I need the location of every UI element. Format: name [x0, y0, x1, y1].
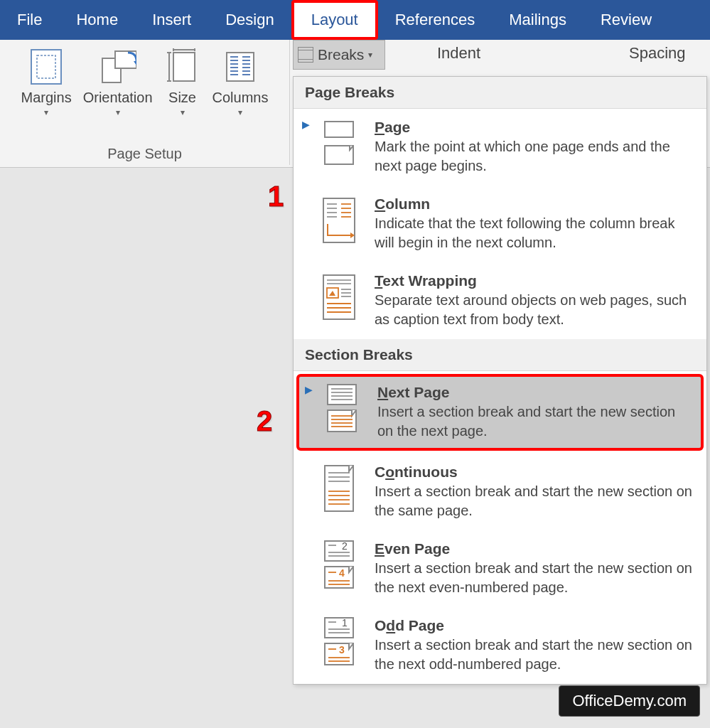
tab-review[interactable]: Review: [583, 0, 669, 40]
columns-caret: ▾: [238, 107, 242, 117]
text-wrapping-icon: [316, 272, 362, 322]
page-title: age: [384, 119, 410, 135]
svg-text:4: 4: [339, 567, 345, 579]
orientation-button[interactable]: Orientation ▾: [77, 43, 158, 117]
section-breaks-header: Section Breaks: [294, 339, 706, 371]
menu-item-column[interactable]: Column Indicate that the text following …: [294, 186, 706, 262]
svg-rect-66: [325, 541, 353, 561]
breaks-button[interactable]: Breaks ▾: [293, 40, 385, 70]
margins-button[interactable]: Margins ▾: [16, 43, 77, 117]
columns-icon: [222, 47, 259, 87]
text-wrapping-desc: Separate text around objects on web page…: [375, 291, 696, 329]
annotation-2: 2: [257, 405, 272, 437]
menu-item-page[interactable]: ▶ Page Mark the point at which one page …: [294, 109, 706, 186]
page-break-icon: [316, 119, 362, 168]
orientation-icon: [99, 47, 136, 87]
page-setup-group: Margins ▾ Orientation ▾ Size ▾: [0, 40, 290, 165]
ribbon-tabs: File Home Insert Design Layout Reference…: [0, 0, 710, 40]
columns-label: Columns: [213, 90, 269, 106]
hover-marker-icon: ▶: [303, 384, 313, 395]
next-page-icon: [319, 384, 365, 434]
page-breaks-header: Page Breaks: [294, 77, 706, 109]
annotation-1: 1: [268, 181, 284, 213]
indent-label: Indent: [437, 44, 629, 63]
odd-page-desc: Insert a section break and start the new…: [375, 636, 696, 674]
continuous-desc: Insert a section break and start the new…: [375, 482, 696, 520]
orientation-label: Orientation: [83, 90, 153, 106]
svg-text:2: 2: [342, 540, 348, 552]
svg-rect-76: [325, 618, 353, 638]
size-label: Size: [168, 90, 196, 106]
tab-layout[interactable]: Layout: [291, 0, 378, 40]
breaks-icon: [298, 47, 313, 63]
current-marker-icon: ▶: [301, 119, 311, 130]
svg-rect-5: [173, 53, 195, 81]
menu-item-even-page[interactable]: 24 Even Page Insert a section break and …: [294, 530, 706, 607]
tab-home[interactable]: Home: [59, 0, 135, 40]
breaks-button-label: Breaks: [318, 46, 364, 63]
tab-references[interactable]: References: [378, 0, 493, 40]
even-page-desc: Insert a section break and start the new…: [375, 559, 696, 597]
odd-page-icon: 13: [316, 617, 362, 667]
page-setup-group-label: Page Setup: [107, 146, 182, 165]
svg-text:3: 3: [339, 644, 345, 655]
tab-design[interactable]: Design: [208, 0, 291, 40]
next-page-desc: Insert a section break and start the new…: [377, 402, 694, 441]
menu-item-odd-page[interactable]: 13 Odd Page Insert a section break and s…: [294, 607, 706, 684]
margins-caret: ▾: [44, 107, 48, 117]
breaks-caret-icon: ▾: [368, 50, 372, 60]
menu-item-text-wrapping[interactable]: Text Wrapping Separate text around objec…: [294, 262, 706, 339]
svg-rect-48: [328, 385, 356, 405]
page-desc: Mark the point at which one page ends an…: [375, 137, 696, 176]
svg-rect-0: [31, 50, 61, 84]
menu-item-next-page[interactable]: ▶ Next Page Insert a section break and s…: [296, 374, 704, 451]
margins-icon: [28, 47, 65, 87]
even-page-icon: 24: [316, 540, 362, 590]
margins-label: Margins: [21, 90, 72, 106]
tab-insert[interactable]: Insert: [135, 0, 208, 40]
columns-button[interactable]: Columns ▾: [207, 43, 274, 117]
size-button[interactable]: Size ▾: [158, 43, 207, 117]
breaks-dropdown: Page Breaks ▶ Page Mark the point at whi…: [293, 76, 707, 685]
ribbon-right-header: Indent Spacing: [437, 40, 710, 74]
menu-item-continuous[interactable]: Continuous Insert a section break and st…: [294, 454, 706, 530]
spacing-label: Spacing: [629, 44, 686, 63]
svg-rect-25: [325, 122, 353, 137]
column-break-icon: [316, 196, 362, 245]
size-caret: ▾: [181, 107, 185, 117]
continuous-icon: [316, 464, 362, 513]
orientation-caret: ▾: [116, 107, 120, 117]
tab-file[interactable]: File: [0, 0, 59, 40]
size-icon: [164, 47, 201, 87]
column-desc: Indicate that the text following the col…: [375, 214, 696, 252]
tab-mailings[interactable]: Mailings: [492, 0, 583, 40]
svg-text:1: 1: [342, 617, 348, 628]
watermark: OfficeDemy.com: [559, 685, 700, 717]
